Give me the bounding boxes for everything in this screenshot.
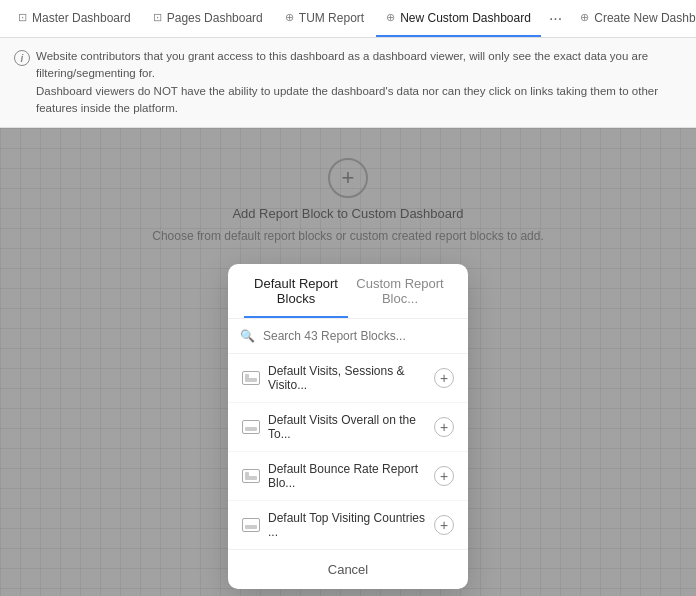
report-name-3: Default Bounce Rate Report Blo... [268,462,434,490]
report-icon-2 [242,420,260,434]
nav-more-options[interactable]: ··· [543,6,568,32]
nav-tab-new-custom-label: New Custom Dashboard [400,11,531,25]
add-report-4-button[interactable]: + [434,515,454,535]
nav-tab-tum-label: TUM Report [299,11,364,25]
report-item-1[interactable]: Default Visits, Sessions & Visito... + [228,354,468,403]
add-report-1-button[interactable]: + [434,368,454,388]
modal-search-container: 🔍 [228,319,468,354]
modal-tab-default[interactable]: Default Report Blocks [244,264,348,318]
nav-tab-pages-label: Pages Dashboard [167,11,263,25]
modal-overlay: Default Report Blocks Custom Report Bloc… [0,128,696,596]
nav-tab-pages[interactable]: ⊡ Pages Dashboard [143,0,273,37]
search-icon: 🔍 [240,329,255,343]
nav-tab-tum[interactable]: ⊕ TUM Report [275,0,374,37]
report-item-4[interactable]: Default Top Visiting Countries ... + [228,501,468,549]
main-content: + Add Report Block to Custom Dashboard C… [0,128,696,596]
report-icon-4 [242,518,260,532]
report-icon-3 [242,469,260,483]
report-icon-1 [242,371,260,385]
search-input[interactable] [263,329,456,343]
add-report-modal: Default Report Blocks Custom Report Bloc… [228,264,468,589]
report-item-3[interactable]: Default Bounce Rate Report Blo... + [228,452,468,501]
nav-tab-create-new[interactable]: ⊕ Create New Dashboard (BETA) [570,0,696,37]
top-nav: ⊡ Master Dashboard ⊡ Pages Dashboard ⊕ T… [0,0,696,38]
info-text-line1: Website contributors that you grant acce… [36,48,680,83]
nav-tab-master[interactable]: ⊡ Master Dashboard [8,0,141,37]
pages-icon: ⊡ [153,11,162,24]
report-list: Default Visits, Sessions & Visito... + D… [228,354,468,549]
nav-tab-master-label: Master Dashboard [32,11,131,25]
modal-footer: Cancel [228,549,468,589]
add-report-3-button[interactable]: + [434,466,454,486]
master-icon: ⊡ [18,11,27,24]
modal-tabs: Default Report Blocks Custom Report Bloc… [228,264,468,319]
nav-tab-create-new-label: Create New Dashboard (BETA) [594,11,696,25]
info-icon: i [14,50,30,66]
report-name-2: Default Visits Overall on the To... [268,413,434,441]
report-item-2[interactable]: Default Visits Overall on the To... + [228,403,468,452]
modal-tab-custom[interactable]: Custom Report Bloc... [348,264,452,318]
tum-icon: ⊕ [285,11,294,24]
report-name-4: Default Top Visiting Countries ... [268,511,434,539]
cancel-button[interactable]: Cancel [328,562,368,577]
report-name-1: Default Visits, Sessions & Visito... [268,364,434,392]
add-report-2-button[interactable]: + [434,417,454,437]
info-text-line2: Dashboard viewers do NOT have the abilit… [36,83,680,118]
create-new-icon: ⊕ [580,11,589,24]
info-banner: i Website contributors that you grant ac… [0,38,696,128]
nav-tab-new-custom[interactable]: ⊕ New Custom Dashboard [376,0,541,37]
new-custom-icon: ⊕ [386,11,395,24]
